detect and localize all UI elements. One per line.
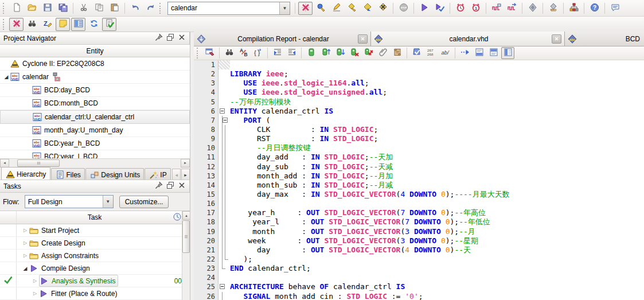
next-bookmark-button[interactable] <box>319 47 332 59</box>
code-text[interactable] <box>230 60 644 69</box>
comment-toggle-button[interactable]: ab/ <box>439 47 452 59</box>
flow-combobox[interactable]: Full Design ▼ <box>25 195 114 208</box>
task-row[interactable]: ◢Compile Design <box>0 262 190 275</box>
refresh-button[interactable] <box>87 18 101 31</box>
navigator-horizontal-scrollbar[interactable]: ◂ ▸ <box>0 158 190 167</box>
tree-item[interactable]: ◢abcVHDcalendar <box>0 71 190 84</box>
code-text[interactable] <box>230 199 644 208</box>
code-text[interactable]: LIBRARY ieee; <box>230 69 644 79</box>
simulation-tool-button[interactable] <box>505 2 519 15</box>
code-text[interactable]: PORT ( <box>230 116 644 125</box>
editor-tab-calendar-vhd[interactable]: abccalendar.vhd✕ <box>371 32 565 46</box>
programmer-button[interactable] <box>525 2 540 15</box>
start-compilation-button[interactable] <box>417 2 431 15</box>
code-editor[interactable]: 12LIBRARY ieee;3 USE ieee.std_logic_1164… <box>194 60 644 300</box>
pane-bottom-button[interactable] <box>473 47 486 59</box>
task-row[interactable]: ▷Assign Constraints <box>0 250 190 262</box>
toolbar-grip[interactable] <box>159 3 162 14</box>
expand-arrow-icon[interactable]: ◢ <box>21 266 29 271</box>
start-analysis-button[interactable] <box>432 2 447 15</box>
goto-button[interactable] <box>458 47 471 59</box>
code-text[interactable]: --月日调整按键 <box>230 143 644 153</box>
tree-item[interactable]: abcVHDBCD:year_h_BCD <box>0 137 190 150</box>
code-text[interactable]: --万年历控制模块 <box>230 98 644 107</box>
code-text[interactable]: day_sub : IN STD_LOGIC;--天减 <box>230 162 644 172</box>
code-text[interactable]: year_h : OUT STD_LOGIC_VECTOR(7 DOWNTO 0… <box>230 208 644 217</box>
editor-tab-compilation-report-calendar[interactable]: Compilation Report - calendar✕ <box>194 32 371 46</box>
code-text[interactable]: day_add : IN STD_LOGIC;--天加 <box>230 153 644 162</box>
expand-arrow-icon[interactable]: ▷ <box>21 228 29 233</box>
fold-toggle-icon[interactable] <box>220 108 225 114</box>
design-assistant-button[interactable] <box>102 18 116 31</box>
editor-tab-bcd[interactable]: abcBCD <box>565 32 644 46</box>
undo-button[interactable] <box>128 2 142 15</box>
prev-bookmark-button[interactable] <box>333 47 346 59</box>
line-numbers-button[interactable]: 267268 <box>424 47 438 59</box>
pin-button[interactable] <box>154 181 164 191</box>
code-text[interactable] <box>230 273 644 282</box>
task-row[interactable]: ▷Analysis & Synthesis00 <box>0 275 190 287</box>
chip-planner-button[interactable] <box>546 2 560 15</box>
pane-split-button[interactable] <box>501 47 514 59</box>
timing-analyzer-button[interactable] <box>453 2 467 15</box>
pin-button[interactable] <box>154 33 164 43</box>
find-button[interactable] <box>25 18 39 31</box>
partition-planner-button[interactable] <box>567 2 581 15</box>
match-brace-button[interactable]: { } <box>251 47 264 59</box>
toolbar-grip[interactable] <box>3 19 6 30</box>
code-text[interactable]: month_add : IN STD_LOGIC;--月加 <box>230 172 644 181</box>
tree-item[interactable]: abcVHDBCD:year_l_BCD <box>0 150 190 158</box>
settings-button[interactable] <box>345 2 359 15</box>
code-text[interactable]: RST : IN STD_LOGIC; <box>230 134 644 143</box>
expand-arrow-icon[interactable]: ▷ <box>31 291 39 296</box>
notes-button[interactable] <box>56 18 70 31</box>
fold-toggle-icon[interactable] <box>223 118 228 123</box>
open-file-button[interactable] <box>25 2 39 15</box>
float-button[interactable] <box>165 33 175 43</box>
messages-window-button[interactable] <box>71 18 85 31</box>
clear-all-bookmarks-button[interactable] <box>362 47 375 59</box>
code-text[interactable]: USE ieee.std_logic_unsigned.all; <box>230 88 644 97</box>
text-editor-button[interactable]: Z <box>40 18 54 31</box>
task-row[interactable]: ▷Create Design <box>0 237 190 250</box>
code-text[interactable]: END calendar_ctrl; <box>230 264 644 273</box>
toggle-bookmark-button[interactable] <box>305 47 318 59</box>
code-text[interactable]: CLK : IN STD_LOGIC; <box>230 125 644 134</box>
redo-button[interactable] <box>143 2 158 15</box>
code-text[interactable]: month_sub : IN STD_LOGIC;--月减 <box>230 181 644 190</box>
compiler-dashboard-button[interactable] <box>298 2 313 15</box>
chevron-down-icon[interactable]: ▼ <box>279 2 290 14</box>
outdent-button[interactable] <box>285 47 298 59</box>
close-tab-button[interactable]: ✕ <box>552 34 561 44</box>
tree-item[interactable]: Cyclone II: EP2C8Q208C8 <box>0 57 190 71</box>
expand-arrow-icon[interactable]: ▷ <box>31 278 39 283</box>
timequest-button[interactable]: 1 <box>469 2 483 15</box>
task-row[interactable]: ▷Start Project <box>0 224 190 237</box>
code-text[interactable]: day : OUT STD_LOGIC_VECTOR(4 DOWNTO 0)--… <box>230 246 644 255</box>
save-project-button[interactable] <box>56 2 70 15</box>
cut-button[interactable] <box>76 2 91 15</box>
compiler-tool-button[interactable] <box>9 18 24 31</box>
assignment-editor-button[interactable] <box>314 2 328 15</box>
pin-planner-button[interactable] <box>329 2 344 15</box>
code-text[interactable]: week : OUT STD_LOGIC_VECTOR(3 DOWNTO 0);… <box>230 236 644 246</box>
code-text[interactable]: ENTITY calendar_ctrl IS <box>230 107 644 116</box>
expand-arrow-icon[interactable]: ▷ <box>21 253 29 258</box>
tree-item[interactable]: abcVHDBCD:month_BCD <box>0 97 190 110</box>
copy-button[interactable] <box>92 2 106 15</box>
comment-button[interactable] <box>608 2 622 15</box>
assignments-button[interactable] <box>360 2 374 15</box>
fold-toggle-icon[interactable] <box>220 284 225 289</box>
indent-button[interactable] <box>271 47 284 59</box>
expand-arrow-icon[interactable]: ▷ <box>21 240 29 246</box>
toolbar-grip[interactable] <box>197 48 200 59</box>
replace-in-files-button[interactable] <box>203 47 216 59</box>
task-row[interactable]: ▷Fitter (Place & Route) <box>0 287 190 300</box>
toolbar-grip[interactable] <box>3 3 6 14</box>
replace-button[interactable]: AB <box>237 47 250 59</box>
tree-item[interactable]: abcVHDBCD:day_BCD <box>0 84 190 97</box>
scroll-left-button[interactable]: ◂ <box>0 159 9 167</box>
close-tab-button[interactable]: ✕ <box>358 34 368 44</box>
pane-top-button[interactable] <box>487 47 500 59</box>
code-text[interactable]: USE ieee.std_logic_1164.all; <box>230 79 644 88</box>
